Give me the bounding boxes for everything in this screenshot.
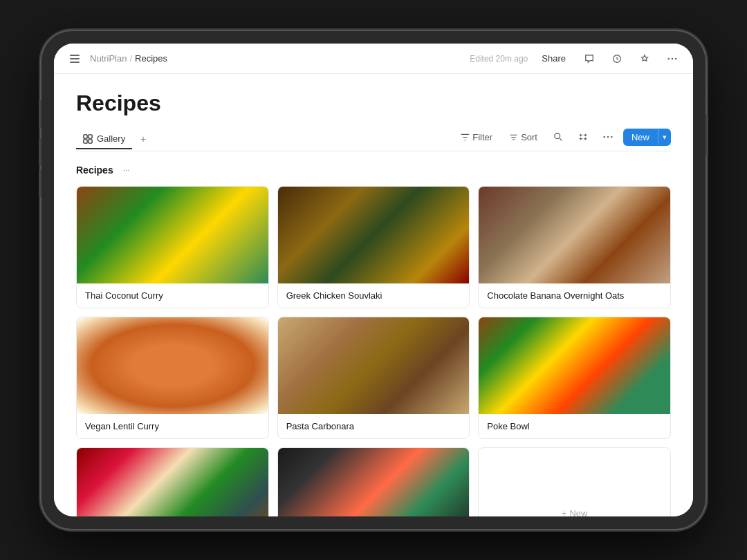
recipe-image-salmon (278, 448, 470, 516)
share-button[interactable]: Share (536, 50, 571, 66)
recipe-card-salmon[interactable] (277, 447, 470, 516)
breadcrumb: NutriPlan / Recipes (90, 53, 167, 64)
recipe-image-pasta (278, 317, 470, 414)
recipe-image-vegan-curry (77, 317, 268, 414)
more-options-button[interactable] (663, 49, 682, 68)
view-tabs-bar: Gallery + Filter Sort (76, 127, 671, 151)
section-more-button[interactable]: ··· (119, 162, 134, 178)
recipe-image-thai-curry (77, 187, 268, 283)
svg-rect-6 (84, 139, 87, 142)
recipe-name-vegan-curry: Vegan Lentil Curry (77, 414, 268, 438)
svg-point-3 (675, 57, 677, 59)
recipe-image-choc-banana (479, 187, 670, 283)
new-button-label: New (623, 129, 658, 146)
recipe-image-sushi (77, 448, 268, 516)
history-button[interactable] (607, 49, 627, 68)
page-title: Recipes (76, 91, 671, 116)
svg-point-8 (555, 133, 560, 139)
sort-label: Sort (521, 132, 537, 142)
recipe-image-greek-chicken (278, 187, 470, 283)
recipe-name-pasta: Pasta Carbonara (278, 414, 470, 438)
view-tabs-left: Gallery + (76, 129, 151, 149)
svg-point-10 (607, 136, 609, 138)
more-toolbar-button[interactable] (598, 127, 618, 147)
recipe-name-greek-chicken: Greek Chicken Souvlaki (278, 283, 470, 308)
gallery-grid: Thai Coconut Curry Greek Chicken Souvlak… (76, 186, 671, 516)
new-card-label: New (569, 508, 587, 517)
svg-point-11 (611, 136, 613, 138)
group-button[interactable] (573, 127, 593, 147)
gallery-tab-icon (83, 134, 93, 144)
recipe-card-vegan-curry[interactable]: Vegan Lentil Curry (76, 317, 269, 439)
recipe-image-poke (479, 317, 670, 414)
section-title: Recipes (76, 165, 113, 176)
hamburger-icon (70, 55, 80, 63)
tab-gallery[interactable]: Gallery (76, 129, 132, 149)
recipe-card-choc-banana[interactable]: Chocolate Banana Overnight Oats (478, 186, 671, 308)
tablet-shell: NutriPlan / Recipes Edited 20m ago Share (42, 31, 706, 529)
group-icon (578, 132, 588, 142)
recipe-name-poke: Poke Bowl (479, 414, 670, 438)
new-recipe-card[interactable]: + New (478, 447, 671, 516)
breadcrumb-parent[interactable]: NutriPlan (90, 53, 127, 64)
top-bar-right: Edited 20m ago Share (470, 49, 682, 68)
svg-rect-7 (89, 139, 92, 142)
view-tabs-right: Filter Sort (455, 127, 671, 151)
sort-icon (509, 133, 518, 142)
breadcrumb-current: Recipes (135, 53, 167, 64)
recipe-name-thai-curry: Thai Coconut Curry (77, 283, 268, 308)
search-button[interactable] (548, 127, 568, 147)
recipe-card-thai-curry[interactable]: Thai Coconut Curry (76, 186, 269, 308)
search-icon (553, 132, 563, 142)
new-button-arrow[interactable]: ▾ (658, 129, 671, 145)
recipe-card-pasta[interactable]: Pasta Carbonara (277, 317, 470, 439)
filter-label: Filter (472, 132, 492, 142)
svg-point-2 (672, 57, 674, 59)
tablet-screen: NutriPlan / Recipes Edited 20m ago Share (54, 44, 693, 516)
svg-point-9 (603, 136, 605, 138)
gallery-tab-label: Gallery (97, 133, 125, 144)
top-bar-left: NutriPlan / Recipes (65, 49, 464, 68)
svg-point-1 (667, 57, 670, 59)
filter-button[interactable]: Filter (455, 129, 498, 145)
more-icon (603, 132, 613, 142)
main-content: Recipes Gallery + (54, 74, 693, 516)
breadcrumb-separator: / (129, 53, 132, 64)
recipe-card-sushi[interactable] (76, 447, 269, 516)
sort-button[interactable]: Sort (504, 129, 543, 145)
new-card-plus-icon: + (562, 508, 567, 517)
edited-timestamp: Edited 20m ago (470, 54, 528, 64)
recipe-card-poke[interactable]: Poke Bowl (478, 317, 671, 439)
new-button[interactable]: New ▾ (623, 129, 671, 146)
add-view-button[interactable]: + (135, 131, 151, 147)
filter-icon (461, 133, 470, 142)
svg-rect-4 (84, 134, 87, 138)
top-bar: NutriPlan / Recipes Edited 20m ago Share (54, 44, 693, 74)
section-header: Recipes ··· (76, 162, 671, 178)
comment-button[interactable] (580, 49, 599, 68)
favorite-button[interactable] (635, 49, 654, 68)
recipe-card-greek-chicken[interactable]: Greek Chicken Souvlaki (277, 186, 470, 308)
menu-button[interactable] (65, 49, 84, 68)
svg-rect-5 (89, 134, 92, 138)
recipe-name-choc-banana: Chocolate Banana Overnight Oats (479, 283, 670, 308)
